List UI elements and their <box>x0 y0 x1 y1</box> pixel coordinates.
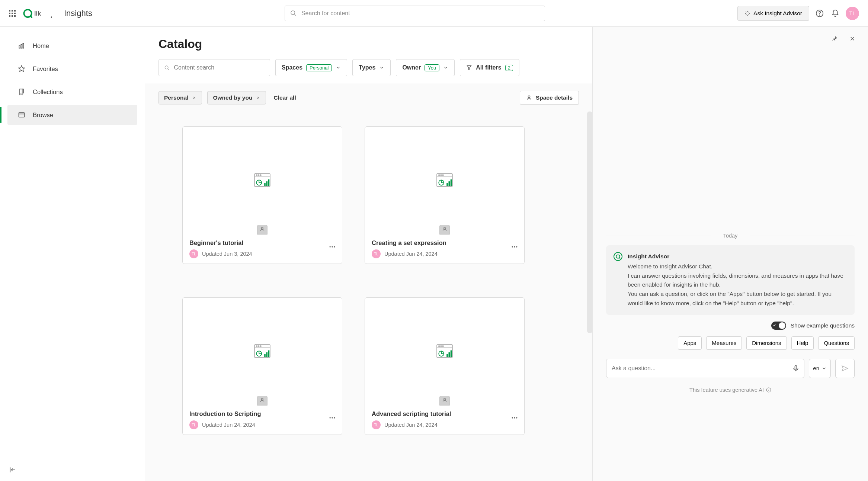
sparkle-icon <box>744 10 750 16</box>
card-preview <box>183 127 342 234</box>
user-icon <box>442 397 447 403</box>
app-launcher-icon[interactable] <box>9 10 16 17</box>
svg-point-26 <box>441 174 442 175</box>
scrollbar[interactable] <box>587 112 592 333</box>
bot-avatar-icon <box>614 252 622 261</box>
svg-rect-30 <box>449 181 450 185</box>
filter-icon <box>466 65 472 71</box>
app-header: lik Insights Ask Insight Advisor TL <box>0 0 868 27</box>
sidebar-item-label: Home <box>33 42 49 49</box>
svg-rect-29 <box>446 183 448 186</box>
browse-icon <box>18 111 25 119</box>
help-button[interactable] <box>814 8 825 19</box>
card-footer: Introduction to Scripting TL Updated Jun… <box>183 405 342 435</box>
sidebar: Home Favorites Collections Browse <box>0 27 145 481</box>
close-panel-button[interactable] <box>847 33 858 44</box>
user-icon <box>260 226 265 232</box>
filter-chip-owned-by-you[interactable]: Owned by you <box>207 91 266 104</box>
notifications-button[interactable] <box>830 8 840 19</box>
svg-point-34 <box>514 246 515 247</box>
sidebar-item-browse[interactable]: Browse <box>7 105 137 125</box>
microphone-icon[interactable] <box>792 365 800 372</box>
owner-filter[interactable]: Owner You <box>396 59 455 76</box>
more-icon <box>329 414 336 422</box>
svg-rect-61 <box>795 365 797 369</box>
sidebar-item-favorites[interactable]: Favorites <box>7 59 137 79</box>
svg-point-56 <box>444 398 446 400</box>
more-icon <box>511 243 518 251</box>
chat-input[interactable] <box>611 365 792 372</box>
svg-point-21 <box>330 246 331 247</box>
sidebar-item-label: Favorites <box>33 65 58 72</box>
message-body: Insight Advisor Welcome to Insight Advis… <box>628 252 847 308</box>
svg-rect-54 <box>449 352 450 356</box>
chevron-down-icon <box>336 65 341 70</box>
quick-action-measures[interactable]: Measures <box>706 336 742 350</box>
svg-point-44 <box>262 398 263 400</box>
card-more-button[interactable] <box>326 412 338 424</box>
svg-point-27 <box>442 174 443 175</box>
sidebar-item-collections[interactable]: Collections <box>7 82 137 102</box>
app-card[interactable]: Advanced scripting tutorial TL Updated J… <box>365 297 525 435</box>
insight-advisor-panel: Today Insight Advisor Welcome to Insight… <box>593 27 868 481</box>
svg-point-33 <box>512 246 513 247</box>
svg-point-23 <box>334 246 335 247</box>
all-filters-button[interactable]: All filters 2 <box>460 59 519 76</box>
owner-avatar: TL <box>372 249 381 258</box>
quick-action-help[interactable]: Help <box>791 336 814 350</box>
app-card[interactable]: Introduction to Scripting TL Updated Jun… <box>182 297 342 435</box>
svg-rect-55 <box>451 350 452 357</box>
card-more-button[interactable] <box>326 241 338 253</box>
spaces-filter[interactable]: Spaces Personal <box>275 59 347 76</box>
space-details-button[interactable]: Space details <box>520 91 579 105</box>
card-more-button[interactable] <box>509 241 521 253</box>
clear-all-filters[interactable]: Clear all <box>273 94 296 101</box>
svg-point-50 <box>441 345 442 346</box>
card-title: Introduction to Scripting <box>189 410 335 417</box>
app-body: Home Favorites Collections Browse Catalo… <box>0 27 868 481</box>
quick-action-apps[interactable]: Apps <box>678 336 702 350</box>
svg-point-59 <box>516 417 517 418</box>
svg-point-22 <box>331 246 333 247</box>
bookmark-icon <box>18 88 25 96</box>
space-badge <box>257 225 268 235</box>
card-title: Advanced scripting tutorial <box>372 410 518 417</box>
app-card[interactable]: Beginner's tutorial TL Updated Jun 3, 20… <box>182 126 342 264</box>
owner-value: You <box>425 64 439 71</box>
info-icon[interactable] <box>766 387 771 393</box>
quick-action-dimensions[interactable]: Dimensions <box>746 336 787 350</box>
svg-point-51 <box>442 345 443 346</box>
language-dropdown[interactable]: en <box>809 359 831 378</box>
header-actions: Ask Insight Advisor TL <box>737 6 859 21</box>
qlik-logo[interactable]: lik <box>22 7 52 19</box>
content-search[interactable] <box>158 59 270 76</box>
chat-body: Today Insight Advisor Welcome to Insight… <box>593 51 868 481</box>
pin-button[interactable] <box>829 33 840 44</box>
user-avatar[interactable]: TL <box>846 7 859 20</box>
card-footer: Beginner's tutorial TL Updated Jun 3, 20… <box>183 234 342 264</box>
collapse-sidebar-button[interactable] <box>0 460 145 481</box>
app-card[interactable]: Creating a set expression TL Updated Jun… <box>365 126 525 264</box>
home-icon <box>18 42 25 49</box>
filter-chip-personal[interactable]: Personal <box>158 91 202 104</box>
content-search-input[interactable] <box>173 64 265 71</box>
card-footer: Creating a set expression TL Updated Jun… <box>365 234 524 264</box>
active-filters-bar: Personal Owned by you Clear all Space de… <box>145 84 592 112</box>
chat-input-wrap <box>606 359 804 378</box>
types-filter[interactable]: Types <box>352 59 391 76</box>
card-preview <box>365 127 524 234</box>
card-meta: TL Updated Jun 3, 2024 <box>189 249 335 258</box>
pin-icon <box>831 35 838 42</box>
show-example-toggle-row: Show example questions <box>606 315 855 336</box>
send-button[interactable] <box>835 359 855 378</box>
chat-message: Insight Advisor Welcome to Insight Advis… <box>606 245 855 315</box>
show-example-toggle[interactable] <box>771 322 786 330</box>
card-more-button[interactable] <box>509 412 521 424</box>
sidebar-item-home[interactable]: Home <box>7 36 137 56</box>
user-icon <box>442 226 447 232</box>
quick-action-questions[interactable]: Questions <box>818 336 855 350</box>
owner-avatar: TL <box>372 420 381 429</box>
ask-insight-advisor-button[interactable]: Ask Insight Advisor <box>737 6 809 21</box>
svg-rect-53 <box>446 354 448 357</box>
global-search-input[interactable] <box>285 6 545 21</box>
